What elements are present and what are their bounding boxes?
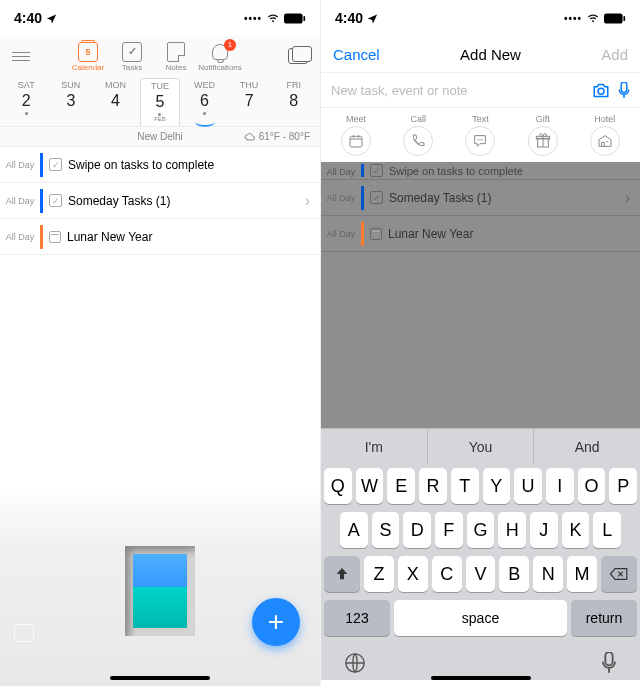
- svg-rect-2: [604, 13, 623, 23]
- suggestion[interactable]: I'm: [321, 429, 428, 464]
- svg-rect-3: [623, 15, 625, 20]
- key-C[interactable]: C: [432, 556, 462, 592]
- quick-gift[interactable]: Gift: [528, 114, 558, 156]
- filter-button[interactable]: [282, 42, 314, 70]
- keyboard-suggestions: I'm You And: [321, 428, 640, 464]
- key-B[interactable]: B: [499, 556, 529, 592]
- mic-icon[interactable]: [618, 82, 630, 99]
- task-row[interactable]: All Day✓Someday Tasks (1)›: [0, 183, 320, 219]
- signal-dots: ••••: [564, 13, 582, 24]
- location-arrow-icon: [46, 13, 57, 24]
- key-space[interactable]: space: [394, 600, 567, 636]
- globe-icon[interactable]: [344, 652, 366, 674]
- task-row[interactable]: All Day✓Swipe on tasks to complete: [0, 147, 320, 183]
- svg-rect-6: [350, 136, 362, 147]
- svg-point-4: [598, 88, 604, 94]
- key-O[interactable]: O: [578, 468, 606, 504]
- key-N[interactable]: N: [533, 556, 563, 592]
- day-fri[interactable]: FRI8: [274, 78, 314, 126]
- key-Z[interactable]: Z: [364, 556, 394, 592]
- add-fab[interactable]: +: [252, 598, 300, 646]
- key-F[interactable]: F: [435, 512, 463, 548]
- key-V[interactable]: V: [466, 556, 496, 592]
- key-K[interactable]: K: [562, 512, 590, 548]
- cancel-button[interactable]: Cancel: [333, 46, 380, 63]
- svg-rect-13: [605, 652, 612, 665]
- key-W[interactable]: W: [356, 468, 384, 504]
- tab-notifications[interactable]: 1 Notifications: [198, 41, 242, 72]
- key-A[interactable]: A: [340, 512, 368, 548]
- photo-icon[interactable]: [14, 624, 34, 642]
- tab-notes[interactable]: Notes: [154, 41, 198, 72]
- city-label: New Delhi: [137, 131, 183, 142]
- key-L[interactable]: L: [593, 512, 621, 548]
- add-new-screen: 4:40 •••• Cancel Add New Add MeetCallTex…: [320, 0, 640, 686]
- day-sun[interactable]: SUN3: [51, 78, 91, 126]
- suggestion[interactable]: You: [428, 429, 535, 464]
- home-indicator[interactable]: [110, 676, 210, 680]
- wallpaper: [0, 486, 320, 686]
- tab-calendar[interactable]: 5 Calendar: [66, 41, 110, 72]
- quick-meet[interactable]: Meet: [341, 114, 371, 156]
- day-thu[interactable]: THU7: [229, 78, 269, 126]
- key-X[interactable]: X: [398, 556, 428, 592]
- wifi-icon: [266, 13, 280, 24]
- battery-icon: [604, 13, 626, 24]
- task-list: All Day✓Swipe on tasks to completeAll Da…: [0, 147, 320, 255]
- key-D[interactable]: D: [403, 512, 431, 548]
- status-time: 4:40: [335, 10, 363, 26]
- svg-point-7: [478, 139, 479, 140]
- quick-actions: MeetCallTextGiftHotel: [321, 108, 640, 162]
- svg-point-8: [480, 139, 481, 140]
- key-T[interactable]: T: [451, 468, 479, 504]
- input-row: [321, 72, 640, 108]
- key-E[interactable]: E: [387, 468, 415, 504]
- quick-hotel[interactable]: Hotel: [590, 114, 620, 156]
- modal-nav: Cancel Add New Add: [321, 36, 640, 72]
- key-Q[interactable]: Q: [324, 468, 352, 504]
- menu-button[interactable]: [6, 46, 36, 67]
- day-tue[interactable]: TUE5FEB: [140, 78, 180, 126]
- tab-tasks[interactable]: Tasks: [110, 41, 154, 72]
- dimmed-background: All Day ✓Swipe on tasks to complete All …: [321, 162, 640, 428]
- svg-rect-5: [621, 82, 627, 92]
- key-U[interactable]: U: [514, 468, 542, 504]
- suggestion[interactable]: And: [534, 429, 640, 464]
- status-bar: 4:40 ••••: [0, 0, 320, 36]
- status-bar: 4:40 ••••: [321, 0, 640, 36]
- location-row: New Delhi 61°F - 80°F: [0, 127, 320, 147]
- wifi-icon: [586, 13, 600, 24]
- quick-text[interactable]: Text: [465, 114, 495, 156]
- key-P[interactable]: P: [609, 468, 637, 504]
- new-item-input[interactable]: [331, 83, 592, 98]
- signal-dots: ••••: [244, 13, 262, 24]
- home-indicator[interactable]: [431, 676, 531, 680]
- day-wed[interactable]: WED6: [185, 78, 225, 126]
- key-G[interactable]: G: [467, 512, 495, 548]
- key-Y[interactable]: Y: [483, 468, 511, 504]
- camera-icon[interactable]: [592, 83, 610, 98]
- keyboard: QWERTYUIOP ASDFGHJKL ZXCVBNM 123 space r…: [321, 464, 640, 680]
- key-shift[interactable]: [324, 556, 360, 592]
- day-sat[interactable]: SAT2: [6, 78, 46, 126]
- key-I[interactable]: I: [546, 468, 574, 504]
- main-toolbar: 5 Calendar Tasks Notes 1 Notifications: [0, 36, 320, 76]
- key-123[interactable]: 123: [324, 600, 390, 636]
- task-row[interactable]: All DayLunar New Year: [0, 219, 320, 255]
- key-S[interactable]: S: [372, 512, 400, 548]
- day-mon[interactable]: MON4: [95, 78, 135, 126]
- key-J[interactable]: J: [530, 512, 558, 548]
- key-M[interactable]: M: [567, 556, 597, 592]
- add-button[interactable]: Add: [601, 46, 628, 63]
- quick-call[interactable]: Call: [403, 114, 433, 156]
- svg-rect-0: [284, 13, 303, 23]
- key-R[interactable]: R: [419, 468, 447, 504]
- calendar-screen: 4:40 •••• 5 Calendar Tasks Notes 1: [0, 0, 320, 686]
- key-return[interactable]: return: [571, 600, 637, 636]
- key-backspace[interactable]: [601, 556, 637, 592]
- week-selector: SAT2SUN3MON4TUE5FEBWED6THU7FRI8: [0, 76, 320, 127]
- svg-rect-1: [303, 15, 305, 20]
- key-H[interactable]: H: [498, 512, 526, 548]
- weather-temp: 61°F - 80°F: [259, 131, 310, 142]
- dictation-icon[interactable]: [601, 652, 617, 674]
